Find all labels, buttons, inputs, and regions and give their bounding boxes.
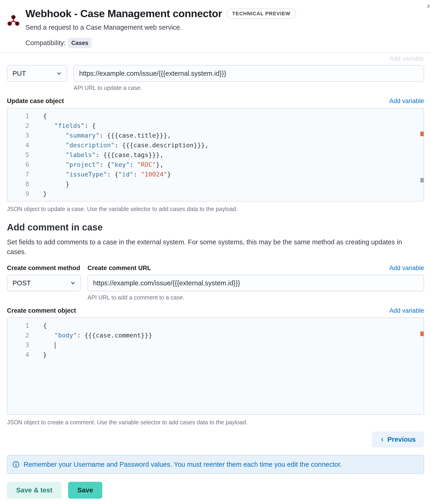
credentials-callout: Remember your Username and Password valu… bbox=[7, 455, 424, 474]
page-title: Webhook - Case Management connector bbox=[26, 6, 222, 21]
comment-section-heading: Add comment in case bbox=[7, 220, 424, 234]
editor-code[interactable]: { "fields": { "summary": {{{case.title}}… bbox=[33, 108, 424, 201]
update-url-help: API URL to update a case. bbox=[74, 84, 424, 92]
comment-object-editor[interactable]: 1 2 3 4 { "body": {{{case.comment}}} } bbox=[7, 317, 424, 415]
comment-method-select[interactable]: POST bbox=[7, 275, 81, 291]
chevron-down-icon bbox=[56, 71, 62, 76]
add-variable-link[interactable]: Add variable bbox=[389, 97, 424, 106]
save-button[interactable]: Save bbox=[68, 482, 102, 499]
update-object-label: Update case object bbox=[7, 97, 64, 106]
chevron-left-icon bbox=[380, 437, 385, 442]
editor-gutter: 1 2 3 4 5 6 7 8 9 bbox=[7, 108, 33, 201]
update-url-value: https://example.com/issue/{{{external.sy… bbox=[79, 69, 226, 78]
save-and-test-button[interactable]: Save & test bbox=[7, 482, 62, 499]
connector-logo-icon bbox=[7, 14, 20, 27]
comment-method-label: Create comment method bbox=[7, 264, 81, 273]
editor-gutter: 1 2 3 4 bbox=[7, 318, 33, 414]
error-marker bbox=[420, 132, 424, 136]
callout-text: Remember your Username and Password valu… bbox=[24, 459, 342, 469]
compatibility-badge: Cases bbox=[68, 38, 92, 48]
comment-object-help: JSON object to create a comment. Use the… bbox=[7, 418, 424, 426]
chevron-down-icon bbox=[70, 280, 75, 286]
svg-rect-8 bbox=[16, 464, 17, 466]
close-icon[interactable]: › bbox=[427, 1, 430, 9]
update-object-help: JSON object to update a case. Use the va… bbox=[7, 205, 424, 213]
technical-preview-badge: TECHNICAL PREVIEW bbox=[227, 9, 296, 19]
add-variable-link-disabled: Add variable bbox=[7, 53, 424, 63]
comment-section-desc: Set fields to add comments to a case in … bbox=[7, 237, 419, 257]
svg-point-7 bbox=[16, 463, 17, 463]
svg-point-4 bbox=[8, 22, 11, 25]
page-subtitle: Send a request to a Case Management web … bbox=[26, 22, 422, 32]
comment-url-input[interactable]: https://example.com/issue/{{{external.sy… bbox=[88, 275, 424, 291]
comment-object-label: Create comment object bbox=[7, 306, 76, 315]
previous-button[interactable]: Previous bbox=[372, 432, 424, 448]
overview-handle bbox=[420, 178, 424, 182]
compatibility-label: Compatibility: bbox=[26, 38, 66, 48]
svg-point-3 bbox=[12, 16, 15, 19]
comment-method-value: POST bbox=[12, 278, 31, 288]
comment-url-label: Create comment URL bbox=[88, 264, 151, 273]
editor-code[interactable]: { "body": {{{case.comment}}} } bbox=[33, 318, 424, 362]
previous-label: Previous bbox=[387, 436, 416, 443]
svg-point-5 bbox=[16, 22, 19, 25]
update-method-value: PUT bbox=[12, 69, 26, 78]
update-method-select[interactable]: PUT bbox=[7, 65, 67, 82]
update-url-input[interactable]: https://example.com/issue/{{{external.sy… bbox=[74, 65, 424, 82]
comment-url-value: https://example.com/issue/{{{external.sy… bbox=[93, 278, 240, 288]
flyout-header: › Webhook - Case Management connector TE… bbox=[0, 0, 431, 53]
comment-url-help: API URL to add a comment to a case. bbox=[88, 293, 424, 302]
add-variable-link[interactable]: Add variable bbox=[389, 306, 424, 315]
add-variable-link[interactable]: Add variable bbox=[389, 264, 424, 273]
error-marker bbox=[420, 332, 424, 336]
info-icon bbox=[12, 461, 19, 468]
update-object-editor[interactable]: 1 2 3 4 5 6 7 8 9 { "fields": { "summary… bbox=[7, 108, 424, 201]
